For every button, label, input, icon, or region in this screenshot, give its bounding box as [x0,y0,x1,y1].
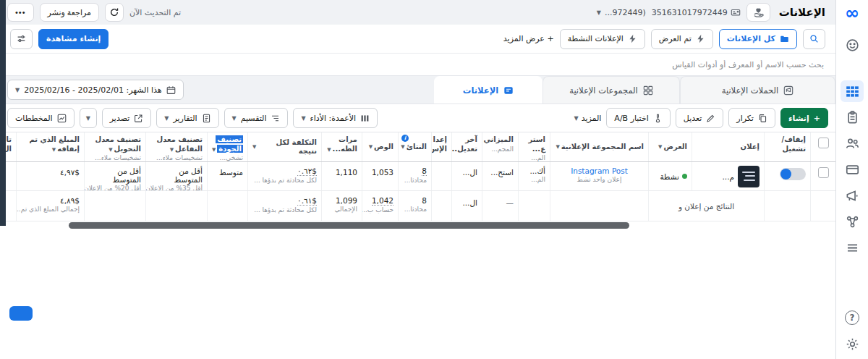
col-engagement-ranking[interactable]: تصنيف معدلالتفاعل▼تشخيصات ملاء... [146,132,208,161]
select-all-checkbox[interactable] [818,138,829,148]
megaphone-icon[interactable] [841,185,864,206]
date-range-picker[interactable]: هذا الشهر: 2025/02/01 - 2025/02/16 ▼ [7,80,184,100]
search-bar[interactable] [0,54,835,75]
filter-active-ads[interactable]: الإعلانات النشطة [560,29,645,49]
conversion-cell: أقل من المتوسطأقل 20% من الإعلان... [85,162,146,190]
reach-cell: 1,053 [362,162,399,190]
cost-cell: ٠.٦٢$لكل محادثة تم بدؤها ... [248,162,322,190]
all-tools-menu-icon[interactable] [841,237,864,258]
chevron-down-icon: ▼ [597,9,601,16]
help-icon[interactable]: ? [841,307,864,329]
date-range-label: هذا الشهر: 2025/02/01 - 2025/02/16 [24,85,161,95]
col-ad[interactable]: إعلان [692,132,765,161]
engagement-cell: أقل من المتوسطأقل 35% من الإعلان... [146,162,208,190]
more-options-button[interactable]: ••• [7,3,34,22]
summary-label-cell: النتائج من إعلان و [649,191,765,221]
export-button[interactable]: تصدير [102,108,152,128]
adsets-grid-icon [643,85,653,96]
create-view-button[interactable]: إنشاء مشاهدة [38,29,109,49]
col-amount-spent[interactable]: المبلغ الذي تمإنفاقه▼ [17,132,85,161]
settings-gear-icon[interactable] [841,333,864,355]
level-tabs: الحملات الإعلانية المجموعات الإعلانية ال… [0,76,835,104]
col-impressions[interactable]: مراتالظه...▼ [322,132,362,161]
reports-table-icon[interactable] [841,80,864,102]
active-status-dot [682,174,687,179]
col-budget[interactable]: الميزانيالمجم... [482,132,519,161]
filters-sliders-button[interactable] [10,29,33,49]
sort-caret-icon: ▼ [401,144,404,151]
reports-dropdown[interactable]: التقارير▼ [156,108,218,128]
clipboard-icon[interactable] [841,106,864,128]
collapsed-panel-edge[interactable] [0,0,6,226]
quality-cell: متوسط [208,162,248,190]
col-attribution[interactable]: إعداالإس [432,132,452,161]
chevron-down-icon: ▼ [15,87,20,93]
col-conversion-ranking[interactable]: تصنيف معدلالتحويل▼تشخيصات ملاء... [85,132,146,161]
columns-dropdown[interactable]: الأعمدة: الأداء▼ [293,108,378,128]
meta-logo: ∞ [845,4,859,22]
edit-button[interactable]: تعديل [676,108,724,128]
sort-caret-icon: ▼ [252,144,256,151]
col-toggle: إيقاف/تشغيل [765,132,811,161]
bolt-icon [696,34,705,43]
sort-caret-icon: ▼ [327,147,331,153]
row-checkbox[interactable] [818,167,829,178]
col-bid-strategy[interactable]: استرع...الم... [519,132,550,161]
search-input[interactable] [336,60,824,69]
ab-test-button[interactable]: اختبار A/B [606,108,670,128]
charts-button[interactable]: المخططات [7,108,75,128]
export-options-dropdown[interactable]: ▼ [80,108,97,128]
col-quality-ranking[interactable]: تصنيفالجودة▼تشخي... [208,132,248,161]
refresh-button[interactable] [105,3,124,22]
sort-caret-icon: ▼ [212,147,216,153]
col-reach[interactable]: الوص▼ [362,132,399,161]
col-delivery[interactable]: العرض▼ [649,132,692,161]
col-adset-name[interactable]: اسم المجموعة الإعلانية▼ [550,132,649,161]
filter-had-delivery[interactable]: تم العرض [651,29,713,49]
attribution-cell [432,162,452,190]
chart-icon [57,114,67,123]
ads-icon [503,85,514,96]
duplicate-button[interactable]: تكرار [728,108,775,128]
summary-row: النتائج من إعلان و — ال... 8محادثا... 1,… [0,191,835,221]
actions-toolbar: + إنشاء تكرار تعديل اختبار A/B المزيد▼ [0,104,835,132]
ad-cell[interactable]: م... [692,162,765,190]
ad-toggle-on[interactable] [780,168,806,180]
chat-support-button[interactable] [9,306,33,321]
selected-text: تصنيف [216,135,243,143]
connections-icon[interactable] [841,211,864,232]
copy-icon [758,114,767,123]
show-more-filters[interactable]: + عرض المزيد [503,34,554,43]
summary-budget: — [482,191,519,221]
table-row[interactable]: م... نشطة Instagram Post إعلان واحد نشط … [0,162,835,191]
col-results[interactable]: iالنتائ▼ [399,132,432,161]
chevron-down-icon: ▼ [86,115,90,122]
audiences-icon[interactable] [841,132,864,154]
breakdown-dropdown[interactable]: التقسيم▼ [224,108,289,128]
report-icon [202,114,211,123]
summary-spent: ٤,٨٩$إجمالي المبلغ الذي تم... [17,191,85,221]
plus-icon: + [814,114,820,123]
col-last-edit[interactable]: آخرتعديل... [452,132,482,161]
tab-adsets[interactable]: المجموعات الإعلانية [542,76,680,104]
search-button[interactable] [803,29,825,49]
info-icon[interactable]: i [401,135,409,142]
filter-all-ads[interactable]: كل الإعلانات [719,29,797,49]
billing-card-icon[interactable] [841,159,864,180]
more-actions-dropdown[interactable]: المزيد▼ [574,114,602,123]
sliders-icon [17,34,26,43]
account-quality-button[interactable] [746,3,770,22]
sort-caret-icon: ▼ [109,147,112,153]
account-id: 351631017972449 [652,8,728,17]
adset-link[interactable]: Instagram Post [571,166,628,175]
horizontal-scrollbar[interactable] [69,222,629,229]
review-publish-button[interactable]: مراجعة ونشر [40,3,99,22]
account-selector-dropdown[interactable]: ...972449) ▼ [597,8,646,17]
delivery-status: نشطة [660,172,679,181]
smiley-icon[interactable] [841,34,864,56]
create-button[interactable]: + إنشاء [780,108,828,128]
col-cost-per-result[interactable]: التكلفة لكل نتيجة▼ [248,132,322,161]
account-selector-label: ...972449) [605,8,646,17]
tab-campaigns[interactable]: الحملات الإعلانية [680,76,835,104]
tab-ads-active[interactable]: الإعلانات [434,76,542,104]
